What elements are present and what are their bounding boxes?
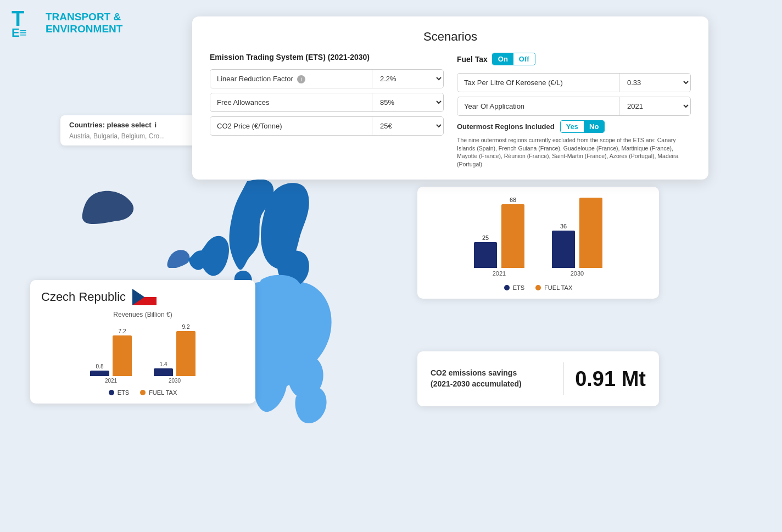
linear-reduction-label: Linear Reduction Factor i xyxy=(210,70,372,88)
global-year-2030: 2030 xyxy=(571,270,584,277)
tax-per-litre-label: Tax Per Litre Of Kerosene (€/L) xyxy=(457,74,619,91)
tax-per-litre-select[interactable]: 0.33 xyxy=(619,74,690,92)
year-of-application-select[interactable]: 2021 xyxy=(619,97,690,115)
fuel-tax-on-button[interactable]: On xyxy=(493,53,513,65)
scenarios-panel: Scenarios Emission Trading System (ETS) … xyxy=(192,16,708,180)
global-ets-2030-label: 36 xyxy=(560,223,567,229)
global-fueltax-2021-label: 68 xyxy=(510,197,516,203)
czech-ets-2030-label: 1.4 xyxy=(160,361,167,367)
svg-text:E≡: E≡ xyxy=(12,26,27,38)
co2-savings-panel: CO2 emissions savings(2021-2030 accumula… xyxy=(417,351,659,406)
outermost-toggle[interactable]: Yes No xyxy=(560,120,605,133)
free-allowances-select[interactable]: 85% xyxy=(372,93,443,111)
czech-fueltax-2030-bar xyxy=(176,331,196,376)
countries-info-icon[interactable]: i xyxy=(155,121,157,129)
global-ets-2021-label: 25 xyxy=(482,234,489,241)
outermost-no-button[interactable]: No xyxy=(584,121,604,132)
scenarios-title: Scenarios xyxy=(210,30,691,44)
czech-ets-legend: ETS xyxy=(109,389,129,396)
logo-text: TRANSPORT & ENVIRONMENT xyxy=(46,11,122,35)
czech-fueltax-legend: FUEL TAX xyxy=(140,389,177,396)
tax-per-litre-row: Tax Per Litre Of Kerosene (€/L) 0.33 xyxy=(457,73,691,92)
global-fueltax-2030-bar xyxy=(579,198,602,268)
global-fueltax-2021-bar xyxy=(501,204,524,268)
co2-savings-value: 0.91 Mt xyxy=(575,367,646,391)
global-year-2021: 2021 xyxy=(493,270,506,277)
czech-panel: Czech Republic Revenues (Billion €) 0.8 xyxy=(30,280,255,404)
czech-ets-2030-bar xyxy=(154,368,173,376)
czech-legend: ETS FUEL TAX xyxy=(41,389,244,396)
co2-price-label: CO2 Price (€/Tonne) xyxy=(210,117,372,135)
ets-subtitle: Emission Trading System (ETS) (2021-2030… xyxy=(210,53,444,61)
outermost-note: The nine outermost regions currently exc… xyxy=(457,136,691,169)
free-allowances-row: Free Allowances 85% xyxy=(210,93,444,112)
czech-flag xyxy=(132,289,157,305)
global-revenue-panel: 25 68 2021 36 xyxy=(417,187,659,299)
czech-fueltax-2021-bar xyxy=(113,335,132,376)
global-fueltax-legend: FUEL TAX xyxy=(535,284,572,291)
outermost-yes-button[interactable]: Yes xyxy=(561,121,584,132)
czech-ets-2021-label: 0.8 xyxy=(96,363,104,369)
global-ets-2021-bar xyxy=(474,242,497,268)
czech-year-2030: 2030 xyxy=(169,378,181,384)
co2-divider xyxy=(563,362,564,395)
countries-value: Austria, Bulgaria, Belgium, Cro... xyxy=(69,132,205,140)
czech-chart: Revenues (Billion €) 0.8 7.2 2021 xyxy=(41,311,244,396)
outermost-label: Outermost Regions Included xyxy=(457,122,555,131)
czech-header: Czech Republic xyxy=(41,289,244,305)
czech-ets-2021-bar xyxy=(90,371,109,376)
global-ets-legend: ETS xyxy=(504,284,524,291)
global-ets-2030-bar xyxy=(552,231,575,268)
czech-chart-title: Revenues (Billion €) xyxy=(41,311,244,318)
global-chart-legend: ETS FUEL TAX xyxy=(428,284,648,291)
fuel-tax-off-button[interactable]: Off xyxy=(513,53,535,65)
countries-panel: Countries: please select i Austria, Bulg… xyxy=(60,115,214,145)
logo: T E≡ TRANSPORT & ENVIRONMENT xyxy=(10,8,122,38)
free-allowances-label: Free Allowances xyxy=(210,94,372,111)
fuel-tax-toggle[interactable]: On Off xyxy=(492,53,535,65)
co2-price-row: CO2 Price (€/Tonne) 25€ xyxy=(210,116,444,136)
te-logo-icon: T E≡ xyxy=(10,8,40,38)
czech-fueltax-2030-label: 9.2 xyxy=(182,324,190,330)
co2-price-select[interactable]: 25€ xyxy=(372,117,443,135)
linear-reduction-row: Linear Reduction Factor i 2.2% xyxy=(210,69,444,88)
countries-label: Countries: please select i xyxy=(69,121,205,129)
year-of-application-row: Year Of Application 2021 xyxy=(457,97,691,116)
linear-reduction-info-icon[interactable]: i xyxy=(297,75,305,83)
year-of-application-label: Year Of Application xyxy=(457,98,619,115)
czech-fueltax-2021-label: 7.2 xyxy=(119,328,126,334)
czech-year-2021: 2021 xyxy=(105,378,117,384)
linear-reduction-select[interactable]: 2.2% xyxy=(372,70,443,88)
fuel-tax-label: Fuel Tax xyxy=(457,55,488,64)
co2-savings-label: CO2 emissions savings(2021-2030 accumula… xyxy=(431,368,552,389)
czech-country-name: Czech Republic xyxy=(41,290,126,304)
